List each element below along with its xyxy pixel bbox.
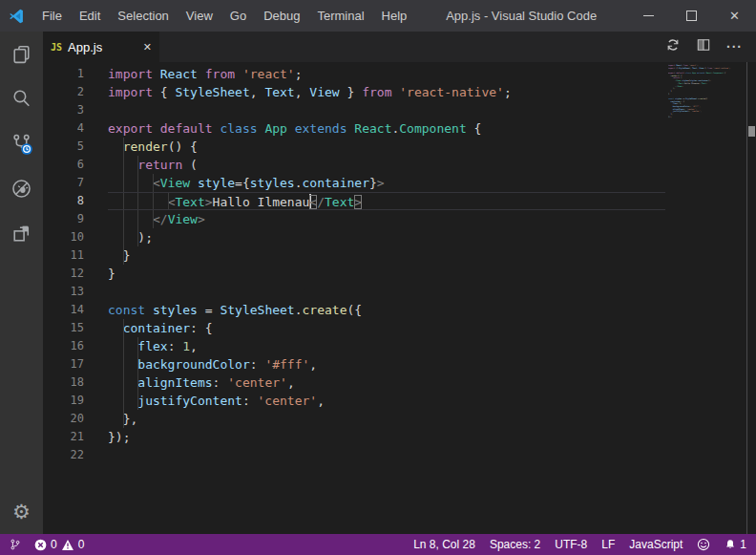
smiley-icon [697, 538, 710, 551]
indent-guide [153, 174, 154, 192]
status-warnings[interactable]: 0 [61, 538, 85, 551]
code-line[interactable]: container: { [108, 319, 665, 337]
indent-guide [123, 374, 124, 392]
code-line[interactable]: <Text>Hallo Ilmenau</Text> [108, 192, 665, 210]
indent-guide [123, 228, 124, 246]
window-minimize-button[interactable] [627, 0, 670, 32]
status-git-branch[interactable] [10, 538, 21, 551]
menu-item-selection[interactable]: Selection [109, 0, 177, 32]
indent-guide [123, 319, 124, 337]
menu-item-file[interactable]: File [33, 0, 71, 32]
code-line[interactable]: return ( [108, 156, 665, 174]
code-line[interactable]: </View> [108, 210, 665, 228]
code-line[interactable]: flex: 1, [108, 337, 665, 355]
menubar: FileEditSelectionViewGoDebugTerminalHelp [33, 0, 415, 32]
titlebar: FileEditSelectionViewGoDebugTerminalHelp… [0, 0, 756, 32]
code-line[interactable]: render() { [108, 138, 665, 156]
code-line[interactable]: }); [108, 428, 665, 446]
code-area: 1import React from 'react';2import { Sty… [43, 65, 665, 464]
menu-item-debug[interactable]: Debug [255, 0, 308, 32]
menu-item-terminal[interactable]: Terminal [308, 0, 372, 32]
status-notifications[interactable]: 1 [724, 538, 746, 551]
status-eol[interactable]: LF [601, 538, 615, 551]
status-language-mode[interactable]: JavaScript [629, 538, 682, 551]
activitybar-source-control-icon[interactable] [0, 121, 43, 166]
activitybar-explorer-icon[interactable] [0, 32, 43, 76]
overview-ruler[interactable] [746, 62, 756, 534]
indent-guide [123, 246, 124, 265]
indent-guide [168, 193, 169, 209]
code-line[interactable]: const styles = StyleSheet.create({ [108, 301, 665, 319]
code-line[interactable]: import { StyleSheet, Text, View } from '… [108, 83, 665, 101]
code-line[interactable]: alignItems: 'center', [108, 374, 665, 392]
line-number: 11 [43, 246, 108, 265]
line-number: 22 [43, 446, 108, 464]
code-line[interactable]: <View style={styles.container}> [108, 174, 665, 192]
activitybar-settings-icon[interactable]: ⚙ [0, 489, 43, 534]
menu-item-go[interactable]: Go [221, 0, 255, 32]
line-number: 17 [43, 355, 108, 374]
code-line[interactable] [108, 101, 665, 119]
indent-guide [137, 374, 138, 392]
status-errors[interactable]: 0 [34, 538, 57, 551]
tab-appjs[interactable]: JS App.js ✕ [43, 32, 159, 62]
line-number: 16 [43, 337, 108, 355]
line-number: 3 [43, 101, 108, 119]
editor-actions: ··· [665, 32, 756, 62]
minimap[interactable]: import React from 'react';import { Style… [668, 64, 747, 120]
activitybar: ⚙ [0, 32, 43, 534]
tab-label: App.js [68, 40, 102, 54]
code-line[interactable]: import React from 'react'; [108, 65, 665, 83]
activitybar-extensions-icon[interactable] [0, 211, 43, 256]
indent-guide [137, 156, 138, 174]
line-number: 14 [43, 301, 108, 319]
indent-guide [137, 228, 138, 246]
line-number: 15 [43, 319, 108, 337]
menu-item-help[interactable]: Help [373, 0, 416, 32]
code-line[interactable] [108, 446, 665, 464]
status-indentation[interactable]: Spaces: 2 [490, 538, 540, 551]
window-title: App.js - Visual Studio Code [415, 9, 627, 23]
activitybar-debug-icon[interactable] [0, 166, 43, 211]
indent-guide [123, 138, 124, 156]
code-line[interactable]: }, [108, 410, 665, 428]
code-line[interactable]: export default class App extends React.C… [108, 119, 665, 138]
code-line[interactable] [108, 283, 665, 301]
indent-guide [123, 410, 124, 428]
menu-item-view[interactable]: View [178, 0, 221, 32]
indent-guide [137, 210, 138, 228]
line-number: 8 [43, 192, 108, 210]
statusbar-right: Ln 8, Col 28Spaces: 2UTF-8LFJavaScript1 [413, 538, 746, 551]
menu-item-edit[interactable]: Edit [71, 0, 109, 32]
window-maximize-button[interactable] [670, 0, 713, 32]
status-feedback-smiley[interactable] [697, 538, 710, 551]
line-number: 5 [43, 138, 108, 156]
tab-close-icon[interactable]: ✕ [143, 41, 152, 53]
line-number: 9 [43, 210, 108, 228]
line-number: 10 [43, 228, 108, 246]
window-controls: ✕ [627, 0, 756, 32]
split-editor-icon[interactable] [696, 38, 711, 55]
status-cursor-position[interactable]: Ln 8, Col 28 [413, 538, 475, 551]
code-line[interactable]: ); [108, 228, 665, 246]
indent-guide [123, 156, 124, 174]
window-close-button[interactable]: ✕ [713, 0, 756, 32]
indent-guide [123, 193, 124, 209]
code-line[interactable]: backgroundColor: '#fff', [108, 355, 665, 374]
code-line[interactable]: } [108, 265, 665, 283]
code-line[interactable]: } [108, 246, 665, 265]
more-actions-icon[interactable]: ··· [726, 38, 743, 55]
indent-guide [123, 355, 124, 374]
branch-icon [10, 538, 21, 551]
status-encoding[interactable]: UTF-8 [555, 538, 587, 551]
indent-guide [123, 210, 124, 228]
error-icon [34, 539, 47, 551]
sync-changes-icon[interactable] [665, 37, 681, 56]
statusbar: 00 Ln 8, Col 28Spaces: 2UTF-8LFJavaScrip… [0, 534, 756, 555]
problems-group[interactable]: 00 [34, 538, 84, 551]
indent-guide [137, 174, 138, 192]
activitybar-search-icon[interactable] [0, 76, 43, 121]
line-number: 21 [43, 428, 108, 446]
code-line[interactable]: justifyContent: 'center', [108, 392, 665, 410]
line-number: 1 [43, 65, 108, 83]
